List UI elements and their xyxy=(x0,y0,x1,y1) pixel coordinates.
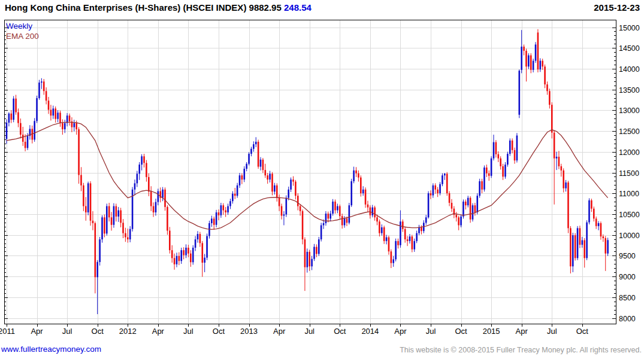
svg-text:2015: 2015 xyxy=(483,327,500,336)
svg-text:Oct: Oct xyxy=(213,327,225,336)
svg-text:Oct: Oct xyxy=(92,327,104,336)
svg-text:2011: 2011 xyxy=(0,327,15,336)
svg-text:Jul: Jul xyxy=(183,327,193,336)
svg-text:Jul: Jul xyxy=(547,327,557,336)
footer-website-link[interactable]: www.fullertreacymoney.com xyxy=(1,345,101,354)
legend-ema-label: EMA 200 xyxy=(6,32,39,41)
svg-text:11000: 11000 xyxy=(619,190,639,198)
svg-text:12000: 12000 xyxy=(619,148,640,157)
chart-page: Hong Kong China Enterprises (H-Shares) (… xyxy=(0,0,644,359)
svg-text:Oct: Oct xyxy=(455,327,467,336)
svg-text:2012: 2012 xyxy=(119,327,137,336)
svg-text:11500: 11500 xyxy=(619,169,639,178)
svg-text:2014: 2014 xyxy=(361,327,379,336)
svg-text:12500: 12500 xyxy=(619,127,640,136)
svg-text:Jul: Jul xyxy=(304,327,315,336)
svg-text:13000: 13000 xyxy=(619,107,640,115)
svg-text:Apr: Apr xyxy=(152,327,165,336)
svg-text:10000: 10000 xyxy=(619,232,640,240)
svg-text:14500: 14500 xyxy=(619,44,640,53)
svg-text:14000: 14000 xyxy=(619,65,640,74)
svg-text:2013: 2013 xyxy=(240,327,258,336)
svg-text:Oct: Oct xyxy=(576,327,589,336)
svg-text:Apr: Apr xyxy=(31,327,43,336)
svg-text:8000: 8000 xyxy=(619,315,636,323)
svg-text:9000: 9000 xyxy=(619,273,636,281)
svg-text:Apr: Apr xyxy=(394,327,407,336)
svg-text:9500: 9500 xyxy=(619,252,636,260)
price-chart-canvas[interactable]: 1500014500140001350013000125001200011500… xyxy=(0,0,644,359)
legend-timeframe-label: Weekly xyxy=(6,22,32,31)
svg-text:Apr: Apr xyxy=(516,327,528,336)
svg-text:Jul: Jul xyxy=(62,327,72,336)
svg-text:Jul: Jul xyxy=(426,327,436,336)
svg-text:15000: 15000 xyxy=(619,24,640,32)
svg-text:8500: 8500 xyxy=(619,294,636,302)
svg-text:13500: 13500 xyxy=(619,86,640,95)
footer-copyright: This website is © 2008-2015 Fuller Treac… xyxy=(400,346,642,354)
svg-text:Apr: Apr xyxy=(273,327,286,336)
svg-text:10500: 10500 xyxy=(619,211,640,219)
svg-text:Oct: Oct xyxy=(334,327,346,336)
